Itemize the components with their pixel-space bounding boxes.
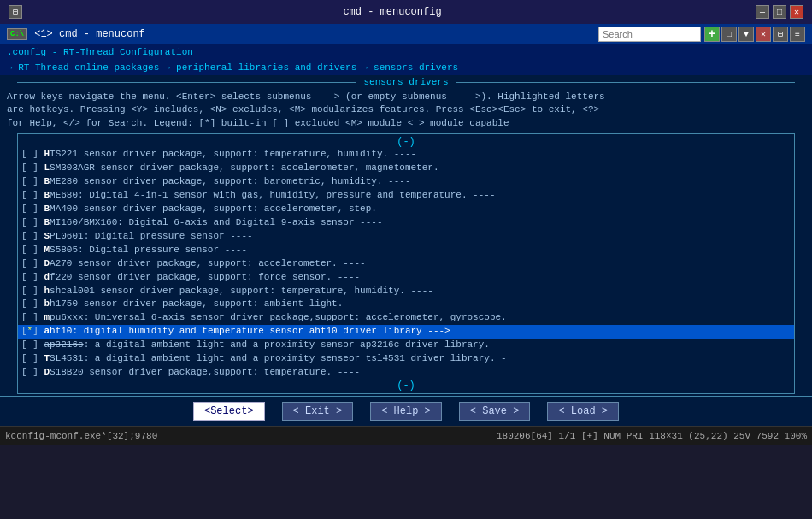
title-bar: ⊞ cmd - menuconfig — □ ✕ [0,0,812,24]
list-item[interactable]: [ ] BME680: Digital 4-in-1 sensor with g… [18,189,794,203]
toolbar-icon-5[interactable]: ⊞ [773,27,788,42]
sensor-list: (-) [ ] HTS221 sensor driver package, su… [17,133,795,394]
status-left: kconfig-mconf.exe*[32];9780 [5,431,157,441]
list-item[interactable]: [ ] BMA400 sensor driver package, suppor… [18,203,794,216]
bottom-buttons: <Select> < Exit > < Help > < Save > < Lo… [0,396,812,426]
select-button[interactable]: <Select> [193,402,265,421]
minimize-button[interactable]: — [756,5,769,19]
list-item[interactable]: [ ] mpu6xxx: Universal 6-axis sensor dri… [18,311,794,325]
list-item[interactable]: [ ] DA270 sensor driver package, support… [18,257,794,271]
close-button[interactable]: ✕ [790,5,803,19]
toolbar-icon-3[interactable]: ▼ [738,27,754,42]
app-icon: C:\ [7,28,27,40]
save-button[interactable]: < Save > [459,402,531,421]
list-item[interactable]: [ ] TSL4531: a digital ambient light and… [18,352,794,366]
help-text: Arrow keys navigate the menu. <Enter> se… [0,89,812,132]
sensors-header: sensors drivers [356,77,455,87]
help-button[interactable]: < Help > [370,402,442,421]
title-bar-title: cmd - menuconfig [29,6,756,18]
list-item[interactable]: [ ] DS18B20 sensor driver package,suppor… [18,366,794,380]
toolbar-icon-2[interactable]: □ [721,27,737,42]
list-item[interactable]: [ ] ap3216c: a digital ambient light and… [18,339,794,352]
nav-up-indicator: (-) [18,136,794,148]
status-bar: kconfig-mconf.exe*[32];9780 180206[64] 1… [0,426,812,445]
list-item[interactable]: [ ] hshcal001 sensor driver package, sup… [18,285,794,298]
list-item-selected[interactable]: [*] aht10: digital humidity and temperat… [18,325,794,339]
exit-button[interactable]: < Exit > [282,402,354,421]
toolbar-icon-1[interactable]: + [704,27,720,42]
maximize-button[interactable]: □ [773,5,786,19]
toolbar-icon-6[interactable]: ≡ [790,27,805,42]
list-item[interactable]: [ ] BMI160/BMX160: Digital 6-axis and Di… [18,216,794,230]
header-path: → RT-Thread online packages → peripheral… [0,60,812,75]
load-button[interactable]: < Load > [547,402,619,421]
list-item[interactable]: [ ] HTS221 sensor driver package, suppor… [18,148,794,162]
toolbar-icon-4[interactable]: ✕ [756,27,771,42]
nav-down-indicator: (-) [18,380,794,392]
list-item[interactable]: [ ] bh1750 sensor driver package, suppor… [18,298,794,311]
menu-bar-label: <1> cmd - menuconf [34,28,145,40]
search-input[interactable] [598,27,701,42]
status-right: 180206[64] 1/1 [+] NUM PRI 118×31 (25,22… [497,431,807,441]
breadcrumb: .config - RT-Thread Configuration [0,44,812,60]
menu-bar: C:\ <1> cmd - menuconf + □ ▼ ✕ ⊞ ≡ [0,24,812,44]
title-bar-icon: ⊞ [9,5,22,19]
main-area: sensors drivers Arrow keys navigate the … [0,75,812,426]
list-item[interactable]: [ ] LSM303AGR sensor driver package, sup… [18,162,794,175]
list-item[interactable]: [ ] df220 sensor driver package, support… [18,271,794,285]
search-area: + □ ▼ ✕ ⊞ ≡ [598,27,805,42]
list-item[interactable]: [ ] MS5805: Digital pressure sensor ---- [18,244,794,257]
list-item[interactable]: [ ] BME280 sensor driver package, suppor… [18,175,794,189]
list-item[interactable]: [ ] SPL0601: Digital pressure sensor ---… [18,230,794,244]
